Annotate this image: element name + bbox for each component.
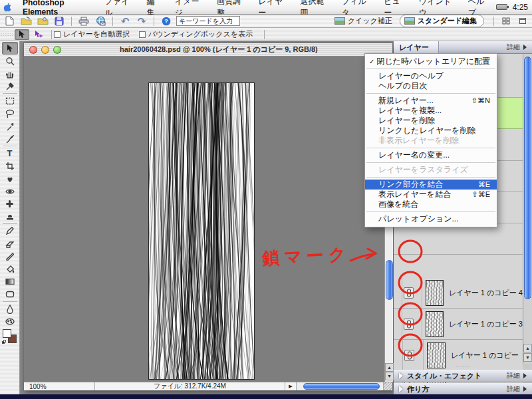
- type-tool[interactable]: T: [2, 147, 18, 160]
- close-button[interactable]: [29, 46, 37, 54]
- pencil-tool[interactable]: [2, 225, 18, 237]
- options-grip[interactable]: ············: [0, 33, 15, 37]
- menu-help[interactable]: ヘルプ: [461, 0, 496, 15]
- layers-scroll-thumb[interactable]: [524, 57, 531, 299]
- disclosure-triangle-icon[interactable]: [399, 386, 403, 392]
- horizontal-scroll-thumb[interactable]: [303, 383, 380, 390]
- menu-layer[interactable]: レイヤー: [251, 0, 293, 15]
- tile-windows-icon[interactable]: [499, 16, 513, 27]
- hand-tool[interactable]: [2, 67, 18, 80]
- eyedropper-tool[interactable]: [2, 80, 18, 92]
- layers-more-button[interactable]: 詳細: [507, 43, 532, 52]
- status-popup-button[interactable]: ▶: [285, 382, 297, 390]
- undo-icon[interactable]: ↶: [118, 16, 132, 27]
- link-chain-icon[interactable]: [404, 319, 413, 330]
- cookie-cutter-tool[interactable]: [2, 172, 18, 185]
- layer-name[interactable]: レイヤー 1 のコピー 4: [449, 288, 523, 298]
- brush-tool[interactable]: [2, 250, 18, 263]
- marquee-tool[interactable]: [2, 94, 18, 107]
- import-icon[interactable]: [36, 16, 49, 27]
- visibility-column[interactable]: [394, 309, 402, 340]
- zoom-tool[interactable]: [2, 55, 18, 67]
- color-swatches[interactable]: [2, 329, 18, 345]
- menu-window[interactable]: ウインドウ: [412, 0, 461, 15]
- minimize-button[interactable]: [41, 46, 49, 54]
- blur-tool[interactable]: [2, 303, 18, 315]
- open-file-icon[interactable]: [19, 16, 33, 27]
- sponge-tool[interactable]: [2, 315, 18, 328]
- menu-item-delete-linked-layers[interactable]: リンクしたレイヤーを削除: [365, 126, 497, 136]
- app-menu[interactable]: Photoshop Elements: [15, 0, 97, 15]
- battery-icon[interactable]: [496, 4, 507, 10]
- window-resize-grip[interactable]: [383, 382, 392, 390]
- styles-effects-more-button[interactable]: 詳細: [507, 371, 532, 380]
- layers-scrollbar[interactable]: ▲ ▼: [523, 54, 532, 364]
- share-icon[interactable]: [94, 16, 107, 27]
- paint-bucket-tool[interactable]: [2, 263, 18, 275]
- link-chain-icon[interactable]: [404, 350, 414, 361]
- zoom-level-field[interactable]: 100%: [24, 382, 95, 390]
- layer-row-copy4[interactable]: レイヤー 1 のコピー 4: [394, 277, 523, 309]
- menu-item-duplicate-layer[interactable]: レイヤーを複製...: [365, 106, 497, 116]
- menu-item-flatten-image[interactable]: 画像を統合: [365, 200, 497, 209]
- move-tool-indicator[interactable]: [15, 29, 29, 40]
- magic-wand-tool[interactable]: [2, 120, 18, 132]
- foreground-color-swatch[interactable]: [3, 329, 11, 338]
- document-title-bar[interactable]: hair20060428.psd @ 100% (レイヤー 1 のコピー 9, …: [24, 43, 392, 57]
- help-icon[interactable]: ?: [160, 16, 173, 27]
- menu-image[interactable]: イメージ: [168, 0, 209, 15]
- layer-thumbnail[interactable]: [426, 280, 444, 306]
- visibility-column[interactable]: [394, 277, 402, 309]
- layers-scroll-up[interactable]: ▲: [523, 344, 532, 352]
- document-horizontal-scrollbar[interactable]: [297, 382, 383, 390]
- bounding-box-checkbox-box[interactable]: [139, 31, 146, 38]
- cascade-windows-icon[interactable]: [516, 16, 529, 27]
- new-file-icon[interactable]: [3, 16, 16, 27]
- image-canvas[interactable]: [148, 82, 255, 380]
- menu-item-new-layer[interactable]: 新規レイヤー...⇧⌘N: [365, 96, 497, 106]
- menu-item-rename-layer[interactable]: レイヤー名の変更...: [365, 150, 497, 160]
- link-chain-icon[interactable]: [404, 287, 413, 299]
- menu-item-place-in-palette-bin[interactable]: ✓ 閉じた時パレットエリアに配置: [365, 57, 497, 66]
- layer-row-copy3[interactable]: レイヤー 1 のコピー 3: [394, 309, 523, 340]
- eraser-tool[interactable]: [2, 237, 18, 250]
- apple-menu-icon[interactable]: [0, 2, 15, 12]
- gradient-tool[interactable]: [2, 275, 18, 288]
- menu-item-palette-options[interactable]: パレットオプション...: [365, 214, 497, 224]
- menu-filter[interactable]: フィルタ: [334, 0, 376, 15]
- menu-enhance[interactable]: 画質調整: [209, 0, 251, 15]
- menu-item-merge-visible[interactable]: 表示レイヤーを結合⇧⌘E: [365, 190, 497, 200]
- layer-name[interactable]: レイヤー 1 のコピー 3: [449, 319, 523, 329]
- menu-item-layers-help[interactable]: レイヤーのヘルプ: [365, 71, 497, 81]
- scroll-down-button[interactable]: ▼: [385, 372, 394, 380]
- layers-palette-tab[interactable]: レイヤー: [394, 41, 439, 54]
- layer-name[interactable]: レイヤー 1 のコピー: [451, 350, 519, 360]
- lasso-tool[interactable]: [2, 107, 18, 120]
- how-to-more-button[interactable]: 詳細: [507, 384, 532, 394]
- scroll-up-button[interactable]: ▲: [385, 363, 394, 372]
- quick-fix-button[interactable]: クイック補正: [334, 16, 392, 26]
- default-colors-icon[interactable]: [2, 340, 7, 344]
- menu-edit[interactable]: 編集: [140, 0, 168, 15]
- disclosure-triangle-icon[interactable]: [399, 372, 403, 379]
- auto-select-checkbox-box[interactable]: [54, 31, 61, 38]
- crop-tool[interactable]: [2, 160, 18, 172]
- save-icon[interactable]: [53, 16, 66, 27]
- healing-brush-tool[interactable]: [2, 198, 18, 210]
- layer-thumbnail[interactable]: [426, 311, 444, 337]
- menu-item-merge-linked[interactable]: リンク部分を結合⌘E: [365, 180, 497, 190]
- show-bounding-box-checkbox[interactable]: バウンディングボックスを表示: [139, 29, 253, 39]
- move-tool-alt-icon[interactable]: [32, 30, 45, 39]
- print-icon[interactable]: [77, 16, 90, 27]
- menu-item-delete-layer[interactable]: レイヤーを削除: [365, 116, 497, 126]
- menu-select[interactable]: 選択範囲: [293, 0, 334, 15]
- keyword-search-input[interactable]: [176, 16, 240, 26]
- palette-drag-handle[interactable]: ······: [394, 364, 532, 370]
- selection-brush-tool[interactable]: [2, 132, 18, 145]
- clone-stamp-tool[interactable]: [2, 210, 18, 223]
- menu-clock[interactable]: 4:25: [513, 3, 528, 12]
- menu-item-help-contents[interactable]: ヘルプの目次: [365, 81, 497, 91]
- vertical-scroll-thumb[interactable]: [386, 260, 393, 300]
- red-eye-removal-tool[interactable]: [2, 185, 18, 198]
- standard-edit-button[interactable]: スタンダード編集: [400, 15, 484, 27]
